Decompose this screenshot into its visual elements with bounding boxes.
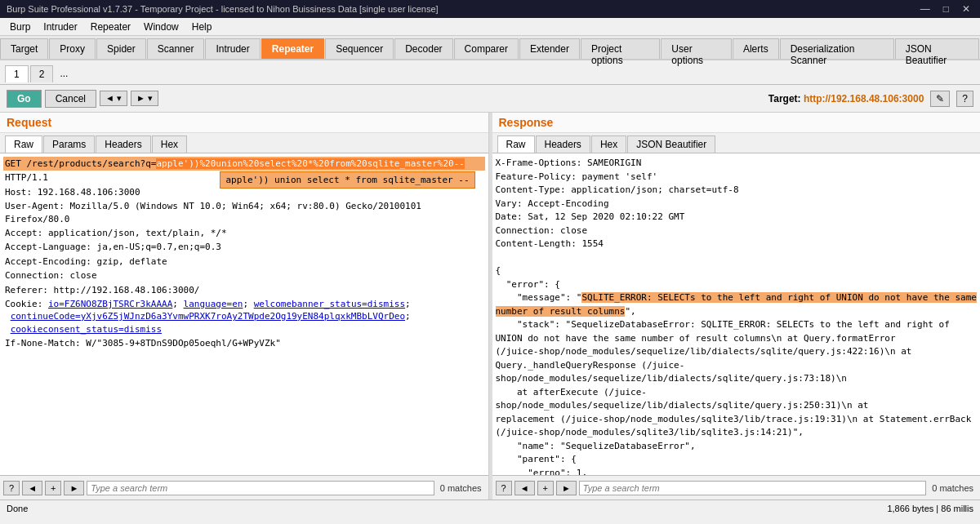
response-search-help[interactable]: ? — [496, 481, 512, 495]
menu-item-help[interactable]: Help — [185, 20, 219, 34]
minimize-button[interactable]: — — [917, 3, 933, 15]
response-tab-headers[interactable]: Headers — [536, 135, 590, 153]
tab-user-options[interactable]: User options — [661, 38, 732, 59]
request-content[interactable]: GET /rest/products/search?q=apple'))%20u… — [0, 153, 488, 475]
response-search-input[interactable] — [579, 481, 926, 495]
response-tab-raw[interactable]: Raw — [497, 135, 535, 153]
menu-item-burp[interactable]: Burp — [3, 20, 37, 34]
response-tab-hex[interactable]: Hex — [591, 135, 626, 153]
repeater-subtab-1[interactable]: 1 — [5, 65, 29, 82]
response-matches: 0 matches — [929, 483, 977, 493]
tab-intruder[interactable]: Intruder — [205, 38, 260, 59]
main-tabbar: TargetProxySpiderScannerIntruderRepeater… — [0, 36, 980, 60]
tab-scanner[interactable]: Scanner — [147, 38, 205, 59]
help-button[interactable]: ? — [956, 91, 973, 107]
response-search-bar: ? ◄ + ► 0 matches — [492, 475, 981, 500]
request-search-bar: ? ◄ + ► 0 matches — [0, 475, 488, 500]
response-search-prev[interactable]: ◄ — [514, 481, 535, 495]
tab-sequencer[interactable]: Sequencer — [325, 38, 394, 59]
menu-item-window[interactable]: Window — [137, 20, 185, 34]
response-title: Response — [492, 113, 981, 133]
menu-item-intruder[interactable]: Intruder — [37, 20, 83, 34]
main-content: Request Raw Params Headers Hex GET /rest… — [0, 113, 980, 500]
back-button[interactable]: ◄ ▾ — [100, 91, 127, 106]
response-panel: Response Raw Headers Hex JSON Beautifier… — [492, 113, 981, 500]
menubar: BurpIntruderRepeaterWindowHelp — [0, 18, 980, 36]
request-search-next[interactable]: ► — [64, 481, 84, 495]
response-content[interactable]: X-Frame-Options: SAMEORIGIN Feature-Poli… — [492, 153, 981, 475]
request-tab-raw[interactable]: Raw — [5, 135, 42, 153]
go-button[interactable]: Go — [7, 90, 42, 108]
statusbar-right: 1,866 bytes | 86 millis — [887, 504, 973, 513]
tab-spider[interactable]: Spider — [96, 38, 146, 59]
tab-comparer[interactable]: Comparer — [454, 38, 519, 59]
tab-project-options[interactable]: Project options — [581, 38, 660, 59]
statusbar: Done 1,866 bytes | 86 millis — [0, 500, 980, 516]
request-tab-headers[interactable]: Headers — [96, 135, 150, 153]
response-tabbar: Raw Headers Hex JSON Beautifier — [492, 133, 981, 153]
request-title: Request — [0, 113, 488, 133]
tab-repeater[interactable]: Repeater — [261, 38, 324, 59]
response-search-next[interactable]: ► — [556, 481, 577, 495]
titlebar: Burp Suite Professional v1.7.37 - Tempor… — [0, 0, 980, 18]
tab-target[interactable]: Target — [0, 38, 48, 59]
request-tab-hex[interactable]: Hex — [152, 135, 187, 153]
request-panel: Request Raw Params Headers Hex GET /rest… — [0, 113, 489, 500]
request-search-help[interactable]: ? — [3, 481, 20, 495]
edit-target-button[interactable]: ✎ — [930, 91, 950, 107]
tab-extender[interactable]: Extender — [519, 38, 580, 59]
forward-button[interactable]: ► ▾ — [131, 91, 158, 106]
request-search-input[interactable] — [87, 481, 434, 495]
tab-alerts[interactable]: Alerts — [733, 38, 779, 59]
close-button[interactable]: ✕ — [959, 3, 973, 15]
response-search-next-add[interactable]: + — [537, 481, 554, 495]
request-matches: 0 matches — [437, 483, 485, 493]
response-tab-json[interactable]: JSON Beautifier — [627, 135, 715, 153]
repeater-subtab-2[interactable]: 2 — [30, 65, 54, 82]
request-search-prev[interactable]: ◄ — [22, 481, 42, 495]
tab-json-beautifier[interactable]: JSON Beautifier — [895, 38, 979, 59]
repeater-subtabbar: 1 2 ... — [0, 60, 980, 85]
cancel-button[interactable]: Cancel — [45, 90, 96, 108]
request-tab-params[interactable]: Params — [43, 135, 95, 153]
target-label: Target: http://192.168.48.106:3000 — [768, 93, 924, 104]
tab-decoder[interactable]: Decoder — [394, 38, 452, 59]
request-tabbar: Raw Params Headers Hex — [0, 133, 488, 153]
tab-deserialization-scanner[interactable]: Deserialization Scanner — [780, 38, 894, 59]
titlebar-title: Burp Suite Professional v1.7.37 - Tempor… — [7, 4, 439, 14]
request-search-next-add[interactable]: + — [45, 481, 61, 495]
maximize-button[interactable]: □ — [940, 3, 952, 15]
tab-proxy[interactable]: Proxy — [49, 38, 96, 59]
repeater-toolbar: Go Cancel ◄ ▾ ► ▾ Target: http://192.168… — [0, 85, 980, 113]
repeater-subtab-more[interactable]: ... — [55, 65, 73, 82]
menu-item-repeater[interactable]: Repeater — [84, 20, 137, 34]
statusbar-left: Done — [7, 504, 28, 513]
